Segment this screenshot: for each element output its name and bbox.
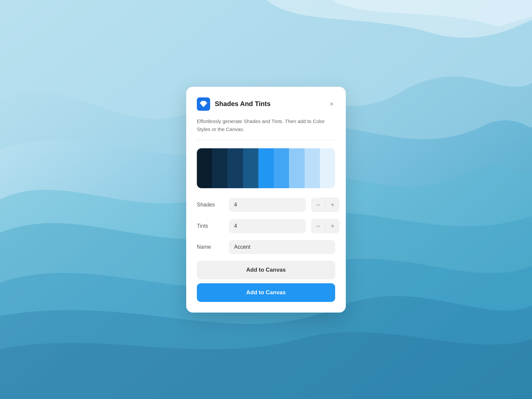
swatch-8 — [305, 148, 320, 188]
gem-icon — [200, 100, 207, 108]
modal-header-left: Shades And Tints — [197, 97, 271, 111]
modal-title: Shades And Tints — [215, 100, 271, 108]
swatch-7 — [289, 148, 304, 188]
tints-stepper: − + — [311, 219, 339, 233]
swatch-6 — [274, 148, 289, 188]
tints-plus-button[interactable]: + — [326, 219, 339, 233]
tints-label: Tints — [197, 223, 223, 229]
modal-header: Shades And Tints × — [197, 97, 335, 111]
close-button[interactable]: × — [328, 99, 335, 109]
name-label: Name — [197, 244, 223, 250]
swatch-4 — [243, 148, 258, 188]
swatch-2 — [212, 148, 227, 188]
add-to-canvas-secondary-button[interactable]: Add to Canvas — [197, 261, 335, 279]
modal-description: Effortlessly generate Shades and Tints. … — [197, 117, 335, 133]
tints-minus-button[interactable]: − — [311, 219, 325, 233]
shades-input[interactable] — [229, 198, 306, 212]
modal-overlay: Shades And Tints × Effortlessly generate… — [186, 87, 346, 313]
shades-stepper: − + — [311, 198, 339, 212]
tints-input[interactable] — [229, 219, 306, 233]
shades-minus-button[interactable]: − — [311, 198, 325, 212]
tints-control-row: Tints − + — [197, 219, 335, 233]
color-palette — [197, 148, 335, 188]
swatch-5 — [258, 148, 274, 188]
swatch-3 — [227, 148, 243, 188]
divider — [197, 140, 335, 140]
app-icon — [197, 97, 210, 111]
name-control-row: Name — [197, 240, 335, 254]
swatch-1 — [197, 148, 212, 188]
shades-plus-button[interactable]: + — [326, 198, 339, 212]
swatch-9 — [320, 148, 335, 188]
shades-tints-modal: Shades And Tints × Effortlessly generate… — [186, 87, 346, 313]
shades-control-row: Shades − + — [197, 198, 335, 212]
name-input[interactable] — [229, 240, 335, 254]
shades-label: Shades — [197, 202, 223, 208]
add-to-canvas-primary-button[interactable]: Add to Canvas — [197, 283, 335, 302]
